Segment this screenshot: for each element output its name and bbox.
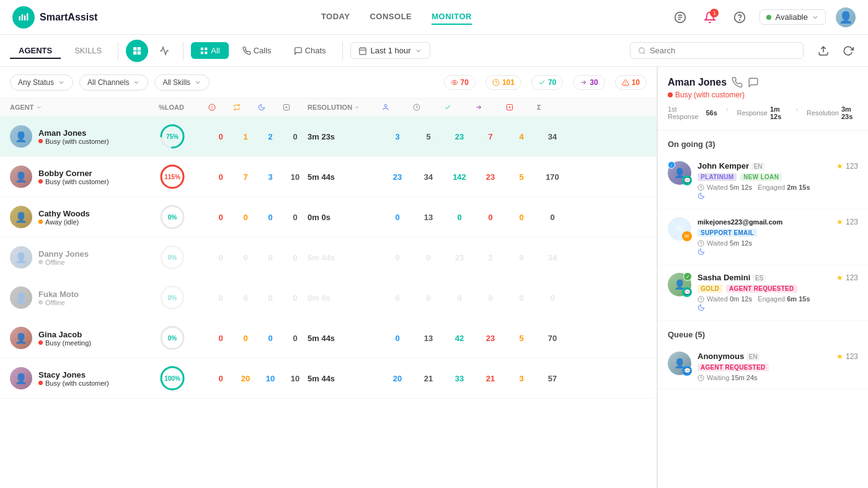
conv-id: 123: [846, 273, 858, 282]
tab-skills[interactable]: SKILLS: [66, 42, 110, 59]
agent-avatar: 👤: [10, 206, 32, 228]
stat-chip-0[interactable]: 70: [444, 75, 476, 90]
nav-console[interactable]: CONSOLE: [370, 9, 412, 25]
cell-r3: 42: [444, 334, 475, 343]
cell-col1: 0: [208, 253, 233, 262]
agent-status: Away (idle): [38, 218, 90, 226]
cell-r4: 2: [475, 253, 506, 262]
svg-rect-1: [22, 14, 24, 20]
status-filter[interactable]: Any Status: [10, 74, 73, 91]
bell-icon[interactable]: 1: [700, 7, 720, 27]
table-row[interactable]: 👤 Bobby Corner Busy (with customer) 115%…: [0, 157, 657, 197]
cell-col2: 0: [233, 334, 258, 343]
th-close: [283, 104, 308, 111]
conv-avatar-wrapper: 👤 💬 ↕: [668, 161, 691, 185]
ongoing-card-1[interactable]: ✉ ✉ mikejones223@gmail.com ★ 12: [658, 210, 868, 265]
agent-info: 👤 Danny Jones Offline: [10, 246, 159, 268]
stat-chip-4[interactable]: 10: [615, 75, 647, 90]
th-agent: AGENT: [10, 104, 159, 111]
table-row[interactable]: 👤 Cathy Woods Away (idle) 0% 0 0 0 0 0m …: [0, 197, 657, 237]
cell-col3: 0: [258, 293, 283, 303]
th-resolution[interactable]: RESOLUTION: [308, 104, 382, 111]
search-icon: [638, 47, 646, 55]
cell-col2: 0: [233, 293, 258, 303]
th-load: %LOAD: [159, 104, 208, 111]
status-button[interactable]: Avaliable: [760, 9, 826, 25]
view-calls-btn[interactable]: Calls: [234, 42, 280, 59]
chevron-2: ›: [795, 105, 798, 120]
stat-2-value: 70: [548, 78, 556, 87]
moon-th-icon: [258, 104, 265, 111]
cell-col1: 0: [208, 132, 233, 141]
right-stat-2: Resolution 3m 23s: [807, 105, 858, 120]
agent-avatar: 👤: [10, 367, 32, 389]
ongoing-card-0[interactable]: 👤 💬 ↕ John Kemper EN ★ 123: [658, 154, 868, 210]
queue-section-title: Queue (5): [658, 321, 868, 344]
th-clock: [413, 104, 444, 111]
app-logo[interactable]: SmartAssist: [12, 6, 97, 29]
queue-card-0[interactable]: 👤 💬 Anonymous EN ★ 123: [658, 344, 868, 389]
cell-col3: 0: [258, 253, 283, 262]
grid-icon: [132, 46, 142, 56]
cell-r1: 23: [382, 172, 413, 182]
cell-r5: 3: [506, 374, 537, 383]
load-circle: 0%: [159, 244, 186, 271]
table-header: AGENT %LOAD RESOLUTION: [0, 99, 657, 117]
conv-avatar-wrapper: 👤 💬 ✓: [668, 273, 691, 296]
right-status-dot: [668, 92, 673, 97]
agent-info: 👤 Gina Jacob Busy (meeting): [10, 327, 159, 349]
nav-monitor[interactable]: MONITOR: [432, 9, 472, 25]
phone-icon[interactable]: [732, 77, 743, 88]
channels-filter[interactable]: All Channels: [79, 74, 148, 91]
status-chevron-icon: [58, 79, 65, 86]
cell-r1: 20: [382, 374, 413, 383]
message-icon[interactable]: [748, 77, 759, 88]
table-row[interactable]: 👤 Aman Jones Busy (with customer) 75% 0 …: [0, 117, 657, 157]
conv-lang: ES: [753, 274, 766, 282]
status-dot-sm: [38, 179, 43, 184]
view-chart-btn[interactable]: [153, 40, 175, 62]
conv-name: Sasha Demini: [698, 273, 750, 282]
resolution-sort-icon: [354, 104, 360, 110]
alert-th-icon: [208, 104, 216, 111]
refresh-icon[interactable]: [838, 41, 858, 61]
th-x2: [506, 104, 537, 111]
view-chats-btn[interactable]: Chats: [285, 42, 335, 59]
cell-r3: 0: [444, 213, 475, 222]
ongoing-card-2[interactable]: 👤 💬 ✓ Sasha Demini ES ★ 123: [658, 265, 868, 321]
agent-status: Busy (with customer): [38, 379, 109, 387]
cell-r5: 0: [506, 293, 537, 303]
cell-r5: 5: [506, 172, 537, 182]
stat-chip-3[interactable]: 30: [573, 75, 604, 90]
agent-name: Aman Jones: [38, 128, 109, 138]
view-grid-btn[interactable]: [126, 40, 148, 62]
cell-r2: 13: [413, 213, 444, 222]
cell-r4: 23: [475, 172, 506, 182]
sort-icon[interactable]: [36, 104, 42, 110]
stat-chip-1[interactable]: 101: [485, 75, 521, 90]
secondnav: AGENTS SKILLS All Calls Chats Last 1 hou…: [0, 35, 868, 67]
upload-icon[interactable]: [813, 41, 833, 61]
search-bar[interactable]: [630, 42, 804, 59]
skills-filter[interactable]: All Skills: [154, 74, 210, 91]
view-all-btn[interactable]: All: [191, 42, 228, 59]
load-circle: 0%: [159, 284, 186, 311]
table-row[interactable]: 👤 Stacy Jones Busy (with customer) 100% …: [0, 358, 657, 399]
stat-chip-2[interactable]: 70: [531, 75, 563, 90]
help-icon[interactable]: [730, 7, 750, 27]
table-row[interactable]: 👤 Gina Jacob Busy (meeting) 0% 0 0 0 0 5…: [0, 318, 657, 358]
user-avatar[interactable]: 👤: [836, 7, 856, 27]
agent-info: 👤 Cathy Woods Away (idle): [10, 206, 159, 228]
time-filter[interactable]: Last 1 hour: [350, 42, 430, 59]
status-dot-sm: [38, 340, 43, 345]
svg-rect-3: [27, 13, 29, 20]
table-row[interactable]: 👤 Danny Jones Offline 0% 0 0 0 0 5m 44s …: [0, 237, 657, 278]
nav-today[interactable]: TODAY: [321, 9, 350, 25]
svg-point-32: [384, 105, 387, 107]
chat-icon[interactable]: [670, 7, 690, 27]
table-row[interactable]: 👤 Fuka Moto Offline 0% 0 0 0 0 0m 0s 0: [0, 278, 657, 318]
cell-r1: 3: [382, 132, 413, 141]
tab-agents[interactable]: AGENTS: [10, 42, 61, 59]
search-input[interactable]: [650, 46, 795, 55]
eye-icon: [451, 79, 458, 86]
